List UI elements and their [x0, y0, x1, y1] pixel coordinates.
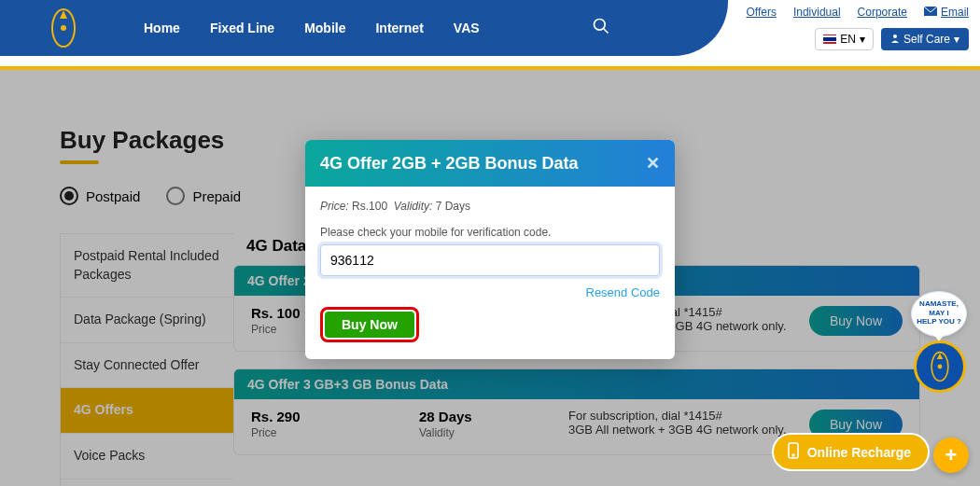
link-email[interactable]: Email: [924, 6, 969, 19]
svg-point-7: [938, 365, 943, 369]
phone-icon: [787, 442, 800, 462]
nav-vas[interactable]: VAS: [454, 21, 480, 35]
close-icon[interactable]: ✕: [646, 153, 660, 174]
buy-now-highlight: Buy Now: [320, 307, 419, 342]
nav-home[interactable]: Home: [144, 21, 180, 35]
svg-point-2: [594, 20, 605, 31]
caret-down-icon: ▾: [860, 33, 865, 46]
verification-code-input[interactable]: [320, 244, 660, 276]
flag-icon: [823, 35, 836, 44]
primary-navbar: Home Fixed Line Mobile Internet VAS: [0, 0, 728, 56]
search-icon[interactable]: [592, 17, 610, 39]
nav-fixed-line[interactable]: Fixed Line: [210, 21, 274, 35]
fab-plus[interactable]: +: [933, 437, 969, 473]
verification-hint: Please check your mobile for verificatio…: [320, 226, 660, 239]
link-individual[interactable]: Individual: [793, 6, 841, 19]
svg-point-1: [61, 25, 66, 31]
svg-point-5: [893, 35, 897, 38]
brand-logo: [49, 7, 78, 49]
language-toggle[interactable]: EN ▾: [815, 28, 874, 50]
svg-line-3: [603, 29, 608, 34]
nav-internet[interactable]: Internet: [375, 21, 423, 35]
modal-price-validity: Price: Rs.100 Validity: 7 Days: [320, 200, 660, 213]
online-recharge-button[interactable]: Online Recharge: [772, 433, 930, 471]
mail-icon: [924, 6, 937, 19]
chat-greeting: NAMASTE, MAY I HELP YOU ?: [911, 291, 967, 337]
svg-point-9: [792, 454, 794, 456]
resend-code-link[interactable]: Resend Code: [586, 285, 661, 299]
caret-down-icon: ▾: [954, 33, 959, 46]
selfcare-button[interactable]: Self Care ▾: [881, 28, 969, 50]
chat-widget[interactable]: [914, 340, 966, 393]
buy-now-button[interactable]: Buy Now: [325, 312, 414, 338]
link-corporate[interactable]: Corporate: [858, 6, 907, 19]
nav-mobile[interactable]: Mobile: [304, 21, 345, 35]
link-offers[interactable]: Offers: [746, 6, 776, 19]
purchase-modal: 4G Offer 2GB + 2GB Bonus Data ✕ Price: R…: [305, 140, 675, 359]
person-icon: [890, 33, 900, 46]
modal-title: 4G Offer 2GB + 2GB Bonus Data: [320, 154, 579, 174]
